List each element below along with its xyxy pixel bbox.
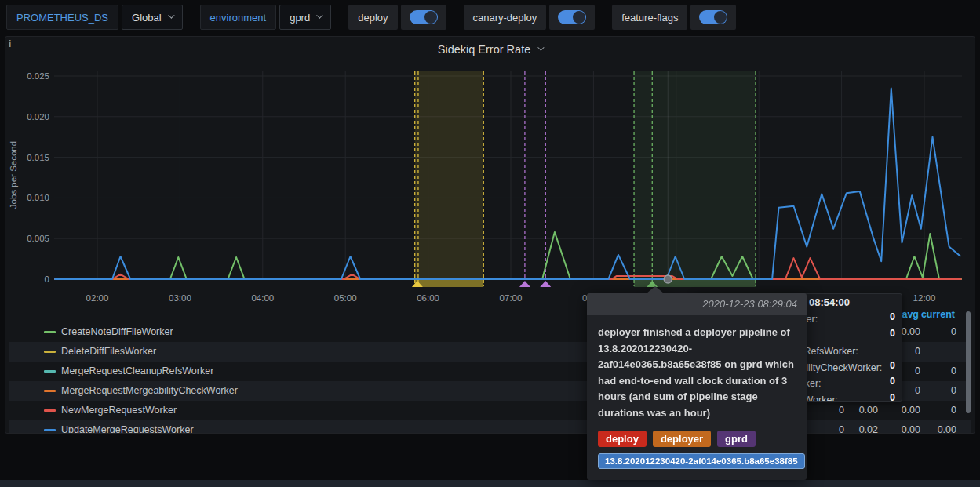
crosshair-time-label: 08:54:00 — [809, 296, 850, 308]
datasource-variable-label[interactable]: PROMETHEUS_DS — [6, 5, 118, 30]
y-tick-label: 0.015 — [27, 153, 49, 162]
toggle-label-deploy: deploy — [348, 5, 397, 30]
annotation-tag-gprd: gprd — [717, 431, 756, 447]
legend-row: NewMergeRequestWorker00.000.000 — [9, 401, 971, 420]
toggle-switch-deploy[interactable] — [401, 5, 446, 30]
series-color-dash-icon[interactable] — [44, 429, 56, 431]
series-color-dash-icon[interactable] — [44, 370, 56, 373]
legend-column-header-current[interactable]: current — [900, 309, 955, 320]
tooltip-arrow-icon — [647, 286, 664, 293]
x-tick-label: 12:00 — [913, 293, 936, 303]
toggle-knob — [573, 11, 585, 24]
crosshair-series-value: 0 — [890, 392, 895, 402]
legend-row: UpdateMergeRequestsWorker00.020.000.00 — [9, 420, 971, 434]
x-tick-label: 07:00 — [500, 293, 523, 303]
legend-value-current: 0 — [902, 405, 956, 416]
chevron-down-icon — [316, 12, 322, 18]
y-tick-label: 0.020 — [27, 112, 49, 122]
chevron-down-icon — [537, 44, 544, 50]
annotation-region — [415, 71, 483, 279]
environment-variable-dropdown[interactable]: gprd — [279, 5, 331, 30]
toggle-label-feature-flags: feature-flags — [612, 5, 687, 30]
series-color-dash-icon[interactable] — [44, 331, 56, 333]
x-tick-label: 06:00 — [417, 293, 439, 303]
legend-series-name[interactable]: CreateNoteDiffFileWorker — [61, 326, 173, 337]
annotation-version-tag-row: 13.8.202012230420-2af014e0365.b8a65e38f8… — [598, 453, 796, 469]
toggle-label-canary-deploy: canary-deploy — [464, 5, 547, 30]
next-panel-edge — [0, 480, 980, 487]
environment-variable-label[interactable]: environment — [200, 5, 277, 30]
legend-scrollbar[interactable] — [966, 311, 971, 413]
annotation-tag-deployer: deployer — [653, 431, 711, 447]
x-tick-label: 05:00 — [334, 293, 357, 303]
legend-series-name[interactable]: DeleteDiffFilesWorker — [61, 346, 156, 357]
legend-series-name[interactable]: MergeRequestCleanupRefsWorker — [61, 365, 213, 376]
legend-value-current: 0 — [902, 365, 956, 376]
x-tick-label: 04:00 — [251, 293, 274, 303]
x-tick-label: 02:00 — [86, 293, 109, 303]
legend-value-current: 0 — [902, 326, 956, 337]
annotation-region-bar[interactable] — [415, 280, 483, 287]
toggle-switch-feature-flags[interactable] — [690, 5, 736, 30]
y-tick-label: 0.010 — [27, 193, 49, 202]
annotation-version-tag: 13.8.202012230420-2af014e0365.b8a65e38f8… — [598, 453, 805, 469]
y-tick-label: 0.025 — [27, 71, 49, 81]
x-tick-label: 03:00 — [169, 293, 191, 303]
toggle-pill — [410, 10, 438, 24]
series-color-dash-icon[interactable] — [44, 409, 56, 412]
legend-series-name[interactable]: UpdateMergeRequestsWorker — [61, 424, 194, 434]
toggle-knob — [714, 11, 727, 24]
crosshair-series-value: 0 — [890, 360, 895, 371]
hover-point-icon — [664, 275, 672, 283]
crosshair-series-value: 0 — [890, 376, 895, 387]
legend-value-current: 0.00 — [902, 424, 956, 434]
deploy-annotation-tooltip: 2020-12-23 08:29:04 deployer finished a … — [587, 293, 807, 480]
datasource-variable-dropdown[interactable]: Global — [122, 5, 183, 30]
annotation-marker-icon[interactable] — [540, 281, 551, 287]
legend-series-name[interactable]: NewMergeRequestWorker — [61, 405, 177, 416]
legend-series-name[interactable]: MergeRequestMergeabilityCheckWorker — [61, 385, 238, 396]
series-color-dash-icon[interactable] — [44, 351, 56, 353]
series-line-NewMergeRequestWorker — [54, 258, 961, 279]
crosshair-series-value: 0 — [890, 328, 895, 339]
annotation-body: deployer finished a deployer pipeline of… — [587, 315, 807, 480]
toggle-switch-canary-deploy[interactable] — [549, 5, 595, 30]
annotation-tag-deploy: deploy — [598, 431, 647, 447]
y-tick-label: 0 — [45, 274, 49, 284]
environment-variable-value: gprd — [290, 12, 310, 24]
annotation-message: deployer finished a deployer pipeline of… — [598, 325, 796, 421]
legend-value-current: 0 — [902, 385, 956, 396]
toggle-groups: deploycanary-deployfeature-flags — [334, 5, 739, 30]
series-line-CreateNoteDiffFileWorker — [54, 232, 961, 279]
y-tick-label: 0.005 — [27, 234, 49, 243]
annotation-timestamp: 2020-12-23 08:29:04 — [587, 293, 807, 315]
annotation-marker-icon[interactable] — [519, 281, 530, 287]
datasource-variable-value: Global — [132, 12, 162, 24]
crosshair-series-value: 0 — [890, 311, 895, 322]
panel-info-icon[interactable]: i — [9, 38, 11, 49]
y-axis-title: Jobs per Second — [9, 141, 18, 209]
series-color-dash-icon[interactable] — [44, 390, 56, 392]
panel-header-menu[interactable]: Sidekiq Error Rate — [5, 37, 975, 62]
toggle-pill — [699, 10, 727, 24]
dashboard-toolbar: PROMETHEUS_DS Global environment gprd de… — [0, 0, 980, 35]
toggle-knob — [424, 11, 437, 24]
annotation-tags: deploydeployergprd — [598, 431, 796, 447]
toggle-pill — [558, 10, 586, 24]
panel-title: Sidekiq Error Rate — [438, 43, 530, 56]
dashboard: PROMETHEUS_DS Global environment gprd de… — [0, 0, 980, 487]
chevron-down-icon — [168, 12, 174, 18]
